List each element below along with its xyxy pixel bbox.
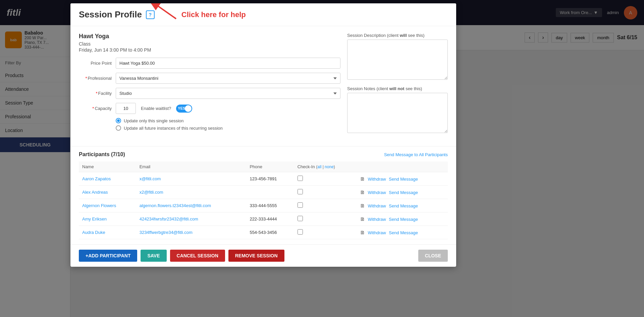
participant-phone: 554-543-3456: [246, 226, 294, 239]
price-point-input[interactable]: [116, 58, 340, 69]
participant-name-link[interactable]: Algernon Flowers: [82, 203, 116, 208]
toggle-yes-label: YES: [178, 106, 185, 110]
send-message-link[interactable]: Send Message: [389, 190, 418, 195]
capacity-row: Capacity Enable waitlist? YES: [79, 103, 340, 114]
waitlist-label: Enable waitlist?: [141, 106, 171, 111]
description-label: Session Description (client will see thi…: [347, 33, 448, 38]
document-icon[interactable]: 🗎: [360, 176, 365, 182]
send-message-link[interactable]: Send Message: [389, 177, 418, 182]
participants-table: Name Email Phone Check-In (all | none): [79, 162, 448, 239]
add-participant-button[interactable]: +ADD PARTICIPANT: [79, 250, 137, 262]
table-row: Alex Andreas x2@fitli.com 🗎 Withdraw Sen…: [79, 186, 448, 199]
radio-all-future-label: Update all future instances of this recu…: [124, 126, 223, 131]
participant-name-link[interactable]: Alex Andreas: [82, 190, 108, 195]
modal-left-column: Hawt Yoga Class Friday, Jun 14 3:00 PM t…: [79, 33, 340, 139]
notes-label: Session Notes (client will not see this): [347, 86, 448, 91]
col-header-actions: [357, 162, 448, 172]
price-point-label: Price Point: [79, 61, 116, 66]
checkin-checkbox[interactable]: [298, 189, 303, 194]
document-icon[interactable]: 🗎: [360, 189, 365, 195]
participant-name-link[interactable]: Amy Eriksen: [82, 216, 107, 221]
table-row: Algernon Flowers algernon.flowers.t23434…: [79, 199, 448, 212]
table-row: Aaron Zapatos x@fitli.com 123-456-7891 🗎…: [79, 172, 448, 186]
participant-email-link[interactable]: x@fitli.com: [140, 176, 161, 181]
session-date: Friday, Jun 14 3:00 PM to 4:00 PM: [79, 47, 340, 53]
participant-phone: 123-456-7891: [246, 172, 294, 186]
col-header-email: Email: [136, 162, 247, 172]
check-all-link[interactable]: all: [317, 165, 321, 169]
all-none-links: (all | none): [316, 165, 335, 169]
radio-single-session[interactable]: Update only this single session: [116, 118, 340, 123]
modal-header: Session Profile ? Click here for help: [70, 3, 456, 26]
radio-all-future-button[interactable]: [116, 125, 121, 131]
withdraw-link[interactable]: Withdraw: [368, 217, 386, 222]
session-name: Hawt Yoga: [79, 33, 340, 40]
session-type: Class: [79, 41, 340, 47]
col-header-phone: Phone: [246, 162, 294, 172]
save-button[interactable]: SAVE: [141, 250, 166, 262]
remove-session-button[interactable]: REMOVE SESSION: [228, 250, 284, 262]
document-icon[interactable]: 🗎: [360, 216, 365, 222]
participant-name-link[interactable]: Aaron Zapatos: [82, 176, 111, 181]
send-message-link[interactable]: Send Message: [389, 203, 418, 208]
participant-phone: 333-444-5555: [246, 199, 294, 212]
update-options-group: Update only this single session Update a…: [116, 118, 340, 131]
close-button[interactable]: CLOSE: [418, 250, 448, 262]
cancel-session-button[interactable]: CANCEL SESSION: [170, 250, 225, 262]
checkin-checkbox[interactable]: [298, 202, 303, 208]
checkin-checkbox[interactable]: [298, 229, 303, 235]
capacity-area: Enable waitlist? YES: [116, 103, 192, 114]
facility-select[interactable]: Studio: [116, 88, 340, 99]
participant-email-link[interactable]: 3234ffwerbgtre34@fitli.com: [140, 230, 193, 235]
col-header-checkin: Check-In (all | none): [294, 162, 357, 172]
price-point-row: Price Point: [79, 58, 340, 69]
professional-row: Professional Vanessa Monsantini: [79, 73, 340, 84]
help-area: ? Click here for help: [146, 10, 246, 19]
participant-phone: 222-333-4444: [246, 212, 294, 226]
toggle-knob: [185, 105, 192, 112]
capacity-label: Capacity: [79, 106, 116, 111]
professional-label: Professional: [79, 76, 116, 81]
table-row: Audra Duke 3234ffwerbgtre34@fitli.com 55…: [79, 226, 448, 239]
modal-body: Hawt Yoga Class Friday, Jun 14 3:00 PM t…: [70, 26, 456, 146]
send-message-link[interactable]: Send Message: [389, 230, 418, 235]
notes-will-not-text: will not: [389, 86, 405, 91]
facility-label: Facility: [79, 91, 116, 96]
table-row: Amy Eriksen 424234fwrsfsr23432@fitli.com…: [79, 212, 448, 226]
participant-email-link[interactable]: 424234fwrsfsr23432@fitli.com: [140, 216, 198, 221]
session-description-textarea[interactable]: [347, 40, 448, 80]
withdraw-link[interactable]: Withdraw: [368, 203, 386, 208]
table-header-row: Name Email Phone Check-In (all | none): [79, 162, 448, 172]
send-message-all-link[interactable]: Send Message to All Participants: [384, 152, 448, 157]
capacity-input[interactable]: [116, 103, 136, 114]
checkin-checkbox[interactable]: [298, 176, 303, 181]
participants-section: Participants (7/10) Send Message to All …: [70, 146, 456, 244]
withdraw-link[interactable]: Withdraw: [368, 230, 386, 235]
withdraw-link[interactable]: Withdraw: [368, 190, 386, 195]
withdraw-link[interactable]: Withdraw: [368, 177, 386, 182]
participant-name-link[interactable]: Audra Duke: [82, 230, 105, 235]
participant-email-link[interactable]: x2@fitli.com: [140, 190, 163, 195]
participant-email-link[interactable]: algernon.flowers.t23434est@fitli.com: [140, 203, 211, 208]
document-icon[interactable]: 🗎: [360, 203, 365, 208]
modal-title: Session Profile: [79, 9, 142, 20]
facility-row: Facility Studio: [79, 88, 340, 99]
document-icon[interactable]: 🗎: [360, 230, 365, 235]
radio-all-future[interactable]: Update all future instances of this recu…: [116, 125, 340, 131]
modal-footer: +ADD PARTICIPANT SAVE CANCEL SESSION REM…: [70, 244, 456, 267]
session-profile-modal: Session Profile ? Click here for help Ha…: [70, 3, 456, 267]
checkin-checkbox[interactable]: [298, 216, 303, 221]
click-help-text: Click here for help: [181, 10, 246, 19]
waitlist-toggle[interactable]: YES: [176, 105, 192, 113]
participants-title: Participants (7/10): [79, 151, 125, 157]
participant-phone: [246, 186, 294, 199]
professional-select[interactable]: Vanessa Monsantini: [116, 73, 340, 84]
checkin-label: Check-In: [298, 164, 315, 169]
session-notes-textarea[interactable]: [347, 93, 448, 133]
send-message-link[interactable]: Send Message: [389, 217, 418, 222]
help-arrow-icon: [143, 3, 183, 20]
radio-single-session-label: Update only this single session: [124, 118, 184, 123]
modal-right-column: Session Description (client will see thi…: [347, 33, 448, 139]
radio-single-session-button[interactable]: [116, 118, 121, 123]
check-none-link[interactable]: none: [325, 165, 334, 169]
